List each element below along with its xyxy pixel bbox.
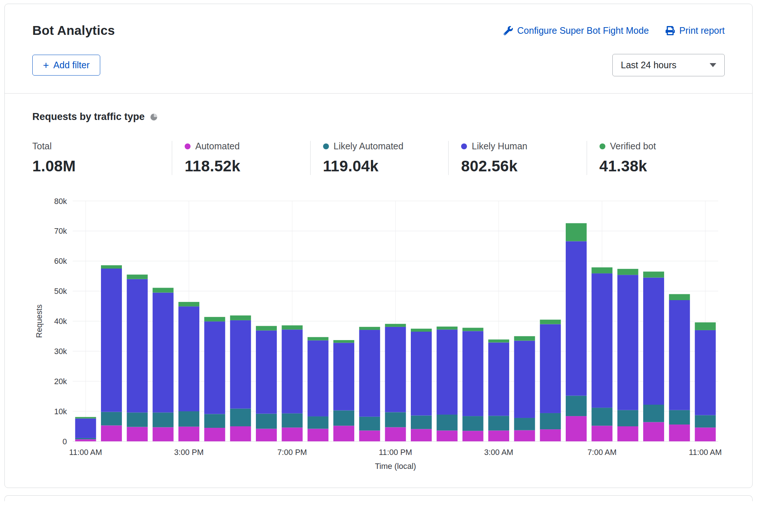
likely-human-legend-dot [461,143,467,149]
stat-verified-bot-value: 41.38k [600,157,725,175]
print-link-label: Print report [679,25,725,36]
svg-text:7:00 PM: 7:00 PM [278,448,307,457]
svg-text:3:00 PM: 3:00 PM [174,448,203,457]
bot-analytics-card: Bot Analytics Configure Super Bot Fight … [4,4,753,488]
print-report-link[interactable]: Print report [666,25,725,36]
likely-automated-legend-dot [323,143,329,149]
svg-text:50k: 50k [54,287,67,296]
svg-text:40k: 40k [54,317,67,326]
printer-icon [666,26,675,35]
automated-legend-dot [185,143,191,149]
traffic-stats-row: Total 1.08M Automated 118.52k Likely Aut… [32,141,725,175]
svg-text:20k: 20k [54,377,67,386]
stat-verified-bot-label: Verified bot [610,141,656,152]
stat-automated-label: Automated [195,141,240,152]
svg-text:11:00 AM: 11:00 AM [689,448,722,457]
plus-icon: + [43,62,49,69]
time-range-select[interactable]: Last 24 hours [612,54,725,76]
svg-text:Time (local): Time (local) [375,462,416,471]
stat-total-label: Total [32,141,52,152]
verified-bot-legend-dot [600,143,605,149]
stat-likely-automated-value: 119.04k [323,157,449,175]
requests-by-traffic-type-section: Requests by traffic type Total 1.08M Aut… [5,94,752,488]
svg-text:11:00 AM: 11:00 AM [69,448,102,457]
svg-text:Requests: Requests [35,304,44,338]
add-filter-button[interactable]: + Add filter [32,55,100,76]
header-links: Configure Super Bot Fight Mode Print rep… [504,23,725,36]
svg-text:11:00 PM: 11:00 PM [379,448,412,457]
svg-text:0: 0 [62,437,67,446]
time-range-value: Last 24 hours [621,60,677,70]
svg-text:70k: 70k [54,226,67,236]
svg-text:30k: 30k [54,347,67,356]
chart-area: 010k20k30k40k50k60k70k80k11:00 AM3:00 PM… [32,196,725,473]
svg-text:3:00 AM: 3:00 AM [484,448,513,457]
stat-verified-bot: Verified bot 41.38k [587,141,725,175]
filter-row: + Add filter Last 24 hours [5,38,752,93]
add-filter-label: Add filter [53,60,90,70]
stat-likely-automated-label: Likely Automated [334,141,403,152]
stat-automated-value: 118.52k [185,157,310,175]
svg-text:60k: 60k [54,256,67,266]
pie-chart-icon [150,113,158,121]
stat-likely-automated: Likely Automated 119.04k [310,141,449,175]
requests-stacked-bar-chart: 010k20k30k40k50k60k70k80k11:00 AM3:00 PM… [32,196,725,473]
configure-super-bot-fight-mode-link[interactable]: Configure Super Bot Fight Mode [504,25,649,36]
configure-link-label: Configure Super Bot Fight Mode [517,25,649,36]
stat-likely-human-value: 802.56k [461,157,587,175]
stat-automated: Automated 118.52k [172,141,310,175]
svg-text:80k: 80k [54,197,67,206]
next-card-stub [4,495,753,501]
page-title: Bot Analytics [32,23,115,38]
stat-likely-human: Likely Human 802.56k [448,141,587,175]
card-header: Bot Analytics Configure Super Bot Fight … [5,4,752,38]
wrench-icon [504,26,513,35]
stat-total-value: 1.08M [32,157,172,175]
stat-total: Total 1.08M [32,141,172,175]
section-title: Requests by traffic type [32,111,145,123]
svg-text:10k: 10k [54,407,67,416]
stat-likely-human-label: Likely Human [472,141,527,152]
svg-text:7:00 AM: 7:00 AM [587,448,616,457]
chevron-down-icon [710,63,716,67]
